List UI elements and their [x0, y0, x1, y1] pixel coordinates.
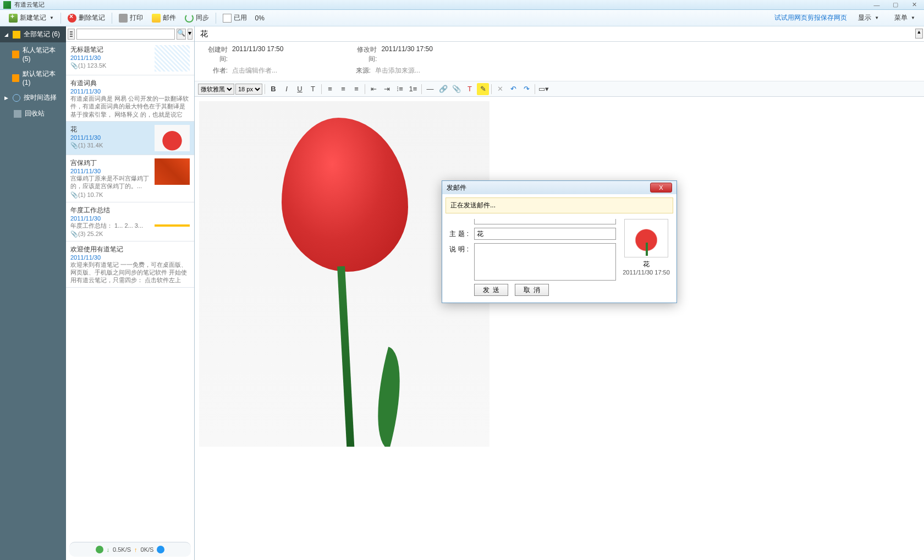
- delete-note-button[interactable]: 删除笔记: [63, 12, 109, 24]
- dialog-status: 正在发送邮件...: [446, 197, 673, 213]
- dialog-buttons: 发送 取消: [448, 284, 616, 296]
- upload-speed: 0K/S: [141, 546, 154, 553]
- main-layout: ◢ 全部笔记 (6) 私人笔记本 (5) 默认笔记本 (1) ▶ 按时间选择 回…: [0, 26, 924, 560]
- trash-label: 回收站: [25, 109, 45, 118]
- note-date: 2011/11/30: [70, 254, 190, 261]
- note-list-item[interactable]: 宫保鸡丁2011/11/30宫爆鸡丁原来是不叫宫爆鸡丁的，应该是宫保鸡丁的。..…: [66, 155, 194, 202]
- expand-icon: ▶: [4, 95, 8, 101]
- preview-name: 花: [622, 260, 671, 269]
- subject-label: 主题:: [448, 228, 471, 239]
- note-meta: 📎(3) 25.2K: [70, 230, 151, 238]
- upload-icon: ↑: [134, 546, 138, 553]
- sidebar-by-time[interactable]: ▶ 按时间选择: [0, 90, 66, 106]
- note-date: 2011/11/30: [70, 88, 190, 95]
- dialog-title: 发邮件: [447, 183, 650, 193]
- separator: [112, 13, 112, 24]
- notebook-icon: [12, 51, 19, 58]
- description-input[interactable]: [474, 243, 616, 281]
- used-label: 已用: [234, 13, 247, 23]
- send-mail-dialog: 发邮件 X 正在发送邮件... 主题: 说明:: [442, 180, 677, 303]
- note-thumbnail: [155, 45, 190, 72]
- close-window-button[interactable]: ✕: [908, 1, 921, 9]
- note-thumbnail: [155, 206, 190, 232]
- note-title: 无标题笔记: [70, 45, 151, 54]
- note-list-item[interactable]: 有道词典2011/11/30有道桌面词典是 网易 公司开发的一款翻译软件，有道桌…: [66, 75, 194, 122]
- note-list-item[interactable]: 花2011/11/30📎(1) 31.4K: [66, 122, 194, 155]
- notebook-label: 私人笔记本 (5): [23, 46, 62, 63]
- cancel-button[interactable]: 取消: [515, 284, 549, 296]
- search-input[interactable]: [76, 29, 175, 40]
- plus-icon: [9, 14, 18, 23]
- main-toolbar: 新建笔记 ▼ 删除笔记 打印 邮件 同步 已用 0% 试试用网页剪报保存网页 显…: [0, 10, 924, 26]
- browser-icon: [157, 546, 164, 553]
- note-date: 2011/11/30: [70, 134, 151, 141]
- note-title: 宫保鸡丁: [70, 158, 151, 168]
- new-note-button[interactable]: 新建笔记 ▼: [4, 12, 58, 24]
- download-icon: ↓: [107, 546, 110, 553]
- dialog-overlay: 发邮件 X 正在发送邮件... 主题: 说明:: [195, 26, 924, 560]
- dialog-preview: 花 2011/11/30 17:50: [622, 219, 671, 296]
- main-menu[interactable]: 菜单▼: [890, 12, 920, 24]
- by-time-label: 按时间选择: [24, 93, 57, 102]
- send-button[interactable]: 发送: [474, 284, 508, 296]
- sidebar: ◢ 全部笔记 (6) 私人笔记本 (5) 默认笔记本 (1) ▶ 按时间选择 回…: [0, 26, 66, 560]
- print-button[interactable]: 打印: [114, 12, 147, 24]
- maximize-button[interactable]: ▢: [889, 1, 902, 9]
- delete-note-label: 删除笔记: [79, 13, 105, 23]
- note-list-panel: 🔍 ▾ 无标题笔记2011/11/30📎(1) 123.5K有道词典2011/1…: [66, 26, 195, 560]
- note-title: 有道词典: [70, 79, 190, 88]
- search-button[interactable]: 🔍: [177, 29, 186, 40]
- note-meta: 📎(1) 10.7K: [70, 191, 151, 199]
- sort-button[interactable]: ▾: [188, 29, 193, 40]
- notebook-label: 默认笔记本 (1): [23, 69, 62, 86]
- note-thumbnail: [155, 125, 190, 151]
- mail-button[interactable]: 邮件: [147, 12, 180, 24]
- sidebar-trash[interactable]: 回收站: [0, 106, 66, 122]
- note-preview: 宫爆鸡丁原来是不叫宫爆鸡丁的，应该是宫保鸡丁的。...: [70, 174, 151, 190]
- printer-icon: [119, 14, 128, 23]
- subject-input[interactable]: [474, 228, 616, 240]
- window-titlebar: 有道云笔记 — ▢ ✕: [0, 0, 924, 10]
- sync-icon: [185, 14, 194, 23]
- minimize-button[interactable]: —: [870, 1, 883, 9]
- note-list-header: 🔍 ▾: [66, 26, 194, 42]
- sidebar-notebook-default[interactable]: 默认笔记本 (1): [0, 66, 66, 90]
- view-toggle-button[interactable]: [68, 29, 75, 40]
- display-menu[interactable]: 显示▼: [854, 12, 883, 24]
- note-meta: 📎(1) 123.5K: [70, 62, 151, 69]
- note-date: 2011/11/30: [70, 168, 151, 174]
- dialog-form: 主题: 说明: 发送 取消: [448, 219, 616, 296]
- dropdown-icon: ▼: [50, 15, 54, 20]
- note-date: 2011/11/30: [70, 215, 151, 222]
- note-meta: 📎(1) 31.4K: [70, 142, 151, 149]
- note-list-item[interactable]: 年度工作总结2011/11/30年度工作总结： 1... 2... 3...📎(…: [66, 202, 194, 241]
- note-preview: 有道桌面词典是 网易 公司开发的一款翻译软件，有道桌面词典的最大特色在于其翻译是…: [70, 95, 190, 118]
- web-clip-link[interactable]: 试试用网页剪报保存网页: [774, 13, 847, 23]
- note-thumbnail: [155, 158, 190, 185]
- preview-date: 2011/11/30 17:50: [622, 269, 671, 276]
- notebook-icon: [12, 74, 19, 82]
- note-title: 欢迎使用有道笔记: [70, 245, 190, 254]
- dialog-close-button[interactable]: X: [650, 183, 672, 193]
- sidebar-notebook-private[interactable]: 私人笔记本 (5): [0, 42, 66, 66]
- toolbar-right: 试试用网页剪报保存网页 显示▼ 菜单▼: [774, 12, 920, 24]
- sync-button[interactable]: 同步: [180, 12, 213, 24]
- folder-icon: [13, 31, 20, 39]
- trash-icon: [14, 110, 21, 118]
- recipient-input[interactable]: [474, 219, 616, 224]
- delete-icon: [68, 14, 76, 23]
- description-label: 说明:: [448, 243, 471, 254]
- sync-status-icon: [96, 546, 103, 553]
- note-list-item[interactable]: 无标题笔记2011/11/30📎(1) 123.5K: [66, 42, 194, 75]
- usage-indicator: 已用 0%: [218, 12, 269, 24]
- download-speed: 0.5K/S: [113, 546, 131, 553]
- mail-icon: [152, 14, 161, 23]
- window-controls: — ▢ ✕: [870, 1, 921, 9]
- sidebar-all-notes[interactable]: ◢ 全部笔记 (6): [0, 26, 66, 42]
- note-list-item[interactable]: 欢迎使用有道笔记2011/11/30欢迎来到有道笔记 一一免费，可在桌面版、网页…: [66, 241, 194, 288]
- editor-panel: ▲ 创建时间: 2011/11/30 17:50 修改时间: 2011/11/3…: [195, 26, 924, 560]
- new-note-label: 新建笔记: [20, 13, 46, 23]
- all-notes-label: 全部笔记 (6): [24, 30, 60, 39]
- note-preview: 欢迎来到有道笔记 一一免费，可在桌面版、网页版、手机版之间同步的笔记软件 开始使…: [70, 261, 190, 284]
- separator: [61, 13, 61, 24]
